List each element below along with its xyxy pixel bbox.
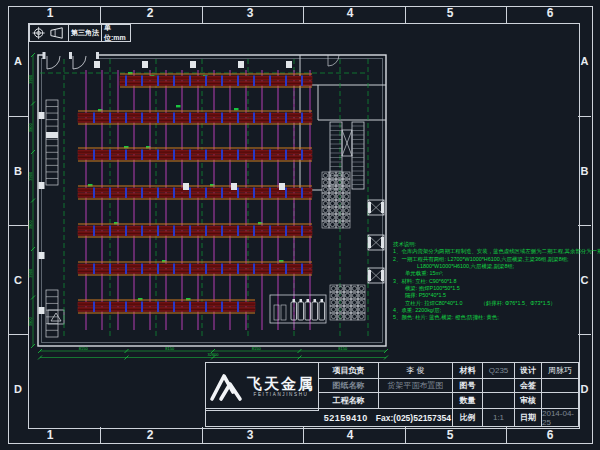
zone-tick: [303, 427, 304, 443]
zone-letter-left: D: [8, 334, 28, 443]
svg-text:8150: 8150: [165, 346, 175, 351]
zone-tick: [202, 427, 203, 443]
tb-label-project-name: 工程名称: [318, 392, 379, 409]
rack-rows: [78, 74, 312, 313]
zone-number-bottom: 5: [400, 428, 500, 442]
svg-text:8150: 8150: [252, 346, 262, 351]
tb-label-date: 日期: [514, 408, 542, 427]
zone-letter-right: C: [578, 225, 591, 334]
note-line: 1、仓库内货架分为两期工程制造、安装，蓝色虚线区域左侧为二期工程,其余部分为一期…: [393, 248, 579, 255]
tb-value-project-lead: 李 俊: [378, 362, 453, 379]
zone-number-top: 5: [400, 6, 500, 20]
note-line: 立柱片: 拉焊C80*40*1.0 （斜撑杆: Φ76*1.5、Φ73*1.5）: [393, 300, 579, 307]
zone-tick: [8, 225, 28, 226]
tb-label-drawing-no: 图号: [452, 378, 483, 393]
zone-number-top: 4: [300, 6, 400, 20]
zone-tick: [405, 427, 406, 443]
third-angle-symbol-icon: [32, 26, 66, 40]
company-name-cn: 飞天金属: [247, 376, 315, 391]
zone-tick: [506, 427, 507, 443]
zone-tick: [578, 334, 591, 335]
phone-number: 52159410: [324, 413, 368, 423]
zone-tick: [303, 6, 304, 23]
company-name-en: FEITIANJINSHU: [254, 393, 309, 398]
zone-tick: [578, 116, 591, 117]
zone-number-bottom: 4: [300, 428, 400, 442]
svg-text:3900: 3900: [28, 317, 33, 327]
svg-text:8150: 8150: [338, 346, 348, 351]
projection-method-label: 第三角法: [68, 24, 102, 42]
tb-value-design: 周脉巧: [541, 362, 579, 379]
tb-value-quantity: [482, 392, 515, 409]
tb-label-material: 材料: [452, 362, 483, 379]
fax-number: Fax:(025)52157354: [376, 413, 451, 423]
tb-label-review: 审核: [514, 392, 542, 409]
tb-value-drawing-name: 货架平面布置图: [378, 378, 453, 393]
tb-label-project-lead: 项目负责: [318, 362, 379, 379]
zone-tick: [405, 6, 406, 23]
equipment-blocks: [46, 100, 384, 337]
zone-number-bottom: 3: [200, 428, 300, 442]
zone-letter-right: D: [578, 334, 591, 443]
tb-value-material: Q235: [482, 362, 515, 379]
note-line: L1800*W1000*H6100,六层横梁,副梁8组;: [393, 263, 579, 270]
zone-tick: [100, 6, 101, 23]
note-line: 5、颜色: 柱片: 蓝色,横梁: 橙色;防撞柱: 黄色;: [393, 314, 579, 321]
note-line: 2、一期工程共有两组: L2700*W1000*H6100,六层横梁,主梁36组…: [393, 256, 579, 263]
svg-text:3900: 3900: [28, 171, 33, 181]
note-line: 3、材料: 立柱: C90*60*1.8: [393, 278, 579, 285]
projection-box: 第三角法 单位:mm: [29, 24, 131, 42]
tb-value-scale: 1:1: [482, 408, 515, 427]
zone-letter-left: B: [8, 116, 28, 225]
zone-letter-left: A: [8, 6, 28, 116]
zone-letter-right: B: [578, 116, 591, 225]
cad-drawing-sheet: 112233445566AABBCCDD 第三角法 单位:mm: [0, 0, 600, 450]
note-line: 4、承重: 2200kg/层;: [393, 307, 579, 314]
tb-value-project-name: [378, 392, 453, 409]
tb-value-review: [541, 392, 579, 409]
svg-text:3900: 3900: [28, 220, 33, 230]
tb-value-countersign: [541, 378, 579, 393]
company-logo: 飞天金属 FEITIANJINSHU: [205, 362, 319, 411]
note-line: 单元载重: 15m³;: [393, 270, 579, 277]
zone-tick: [578, 225, 591, 226]
svg-text:3900: 3900: [28, 74, 33, 84]
zone-letter-left: C: [8, 225, 28, 334]
note-line: 隔撑: P50*40*1.5: [393, 292, 579, 299]
svg-text:8150: 8150: [79, 346, 89, 351]
floor-plan-drawing: 8150815081508150326003900390039003900390…: [28, 42, 400, 360]
zone-letter-right: A: [578, 6, 591, 116]
tb-label-quantity: 数量: [452, 392, 483, 409]
tb-label-scale: 比例: [452, 408, 483, 427]
technical-notes: 技术说明:1、仓库内货架分为两期工程制造、安装，蓝色虚线区域左侧为二期工程,其余…: [393, 241, 579, 322]
feitian-logo-icon: [209, 372, 243, 402]
zone-number-bottom: 2: [100, 428, 200, 442]
zone-tick: [506, 6, 507, 23]
note-line: 横梁: 抱焊P100*50*1.5: [393, 285, 579, 292]
zone-number-top: 2: [100, 6, 200, 20]
tb-label-drawing-name: 图纸名称: [318, 378, 379, 393]
unit-label: 单位:mm: [101, 24, 131, 42]
zone-tick: [8, 116, 28, 117]
tb-label-design: 设计: [514, 362, 542, 379]
magenta-grid-lines: [86, 70, 310, 330]
svg-text:3900: 3900: [28, 268, 33, 278]
zone-tick: [100, 427, 101, 443]
zone-tick: [202, 6, 203, 23]
tb-value-date: 2014-04-25: [541, 408, 579, 427]
projection-symbols: [29, 24, 69, 42]
note-line: 技术说明:: [393, 241, 579, 248]
svg-text:3900: 3900: [28, 123, 33, 133]
tb-value-drawing-no: [482, 378, 515, 393]
svg-text:32600: 32600: [207, 352, 219, 357]
tb-label-countersign: 会签: [514, 378, 542, 393]
zone-tick: [8, 334, 28, 335]
tb-contact: 52159410 Fax:(025)52157354: [205, 408, 453, 427]
zone-number-top: 3: [200, 6, 300, 20]
